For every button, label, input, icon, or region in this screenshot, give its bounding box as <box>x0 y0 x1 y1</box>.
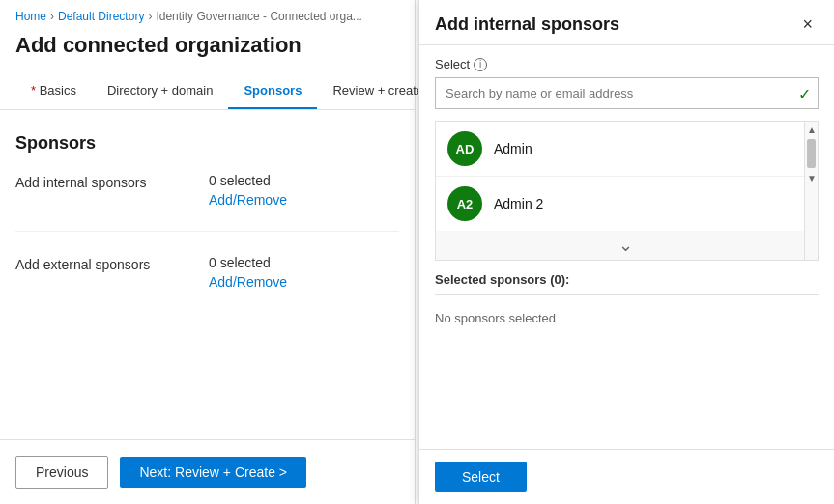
select-label-text: Select <box>435 57 470 71</box>
internal-sponsor-count: 0 selected <box>209 173 399 188</box>
breadcrumb-home[interactable]: Home <box>15 10 46 23</box>
selected-sponsors-section: Selected sponsors (0): No sponsors selec… <box>435 272 819 437</box>
page-title: Add connected organization <box>0 29 415 73</box>
scroll-track: ▲ ▼ <box>804 122 818 260</box>
user-list-wrapper: AD Admin A2 Admin 2 ▲ ▼ ⌄ <box>435 121 819 261</box>
user-item-admin2[interactable]: A2 Admin 2 <box>436 177 818 231</box>
modal-footer: Select <box>419 449 834 504</box>
user-name-admin2: Admin 2 <box>494 196 543 211</box>
scroll-up-arrow[interactable]: ▲ <box>805 122 819 137</box>
tab-basics[interactable]: Basics <box>15 73 92 109</box>
user-list: AD Admin A2 Admin 2 <box>436 122 818 231</box>
user-item-admin[interactable]: AD Admin <box>436 122 818 177</box>
search-input[interactable] <box>435 77 819 109</box>
scroll-thumb <box>807 139 816 168</box>
search-check-icon: ✓ <box>798 84 811 102</box>
external-add-remove-link[interactable]: Add/Remove <box>209 274 399 290</box>
internal-add-remove-link[interactable]: Add/Remove <box>209 192 399 208</box>
tab-directory-domain[interactable]: Directory + domain <box>92 73 228 109</box>
breadcrumb-directory[interactable]: Default Directory <box>58 10 144 23</box>
close-button[interactable]: × <box>796 14 819 35</box>
add-internal-sponsors-modal: Add internal sponsors × Select i ✓ AD Ad… <box>418 0 834 504</box>
main-content: Sponsors Add internal sponsors 0 selecte… <box>0 110 415 439</box>
search-container: ✓ <box>435 77 819 109</box>
modal-body: Select i ✓ AD Admin A2 Admin 2 ▲ <box>419 45 834 449</box>
internal-sponsor-row: Add internal sponsors 0 selected Add/Rem… <box>15 173 399 232</box>
external-sponsor-row: Add external sponsors 0 selected Add/Rem… <box>15 255 399 313</box>
next-button[interactable]: Next: Review + Create > <box>120 457 306 488</box>
info-icon[interactable]: i <box>474 58 487 71</box>
bottom-bar: Previous Next: Review + Create > <box>0 439 415 504</box>
breadcrumb: Home › Default Directory › Identity Gove… <box>0 0 415 29</box>
selected-sponsors-title: Selected sponsors (0): <box>435 272 819 295</box>
more-indicator: ⌄ <box>436 231 818 260</box>
user-name-admin: Admin <box>494 141 532 156</box>
more-dots-icon: ⌄ <box>618 235 635 256</box>
tab-sponsors[interactable]: Sponsors <box>228 73 317 109</box>
external-sponsor-right: 0 selected Add/Remove <box>209 255 399 290</box>
modal-title: Add internal sponsors <box>435 14 619 35</box>
external-sponsor-count: 0 selected <box>209 255 399 270</box>
external-sponsor-label: Add external sponsors <box>15 255 209 272</box>
tabs: Basics Directory + domain Sponsors Revie… <box>0 73 415 110</box>
modal-header: Add internal sponsors × <box>419 0 834 45</box>
avatar-ad: AD <box>447 131 482 166</box>
no-sponsors-text: No sponsors selected <box>435 303 819 333</box>
section-title: Sponsors <box>15 133 399 154</box>
select-label: Select i <box>435 57 819 71</box>
select-button[interactable]: Select <box>435 462 527 492</box>
breadcrumb-sep-1: › <box>50 10 54 23</box>
previous-button[interactable]: Previous <box>15 456 108 489</box>
avatar-a2: A2 <box>447 186 482 221</box>
breadcrumb-sep-2: › <box>148 10 152 23</box>
internal-sponsor-label: Add internal sponsors <box>15 173 209 190</box>
internal-sponsor-right: 0 selected Add/Remove <box>209 173 399 208</box>
left-panel: Home › Default Directory › Identity Gove… <box>0 0 416 504</box>
breadcrumb-current: Identity Governance - Connected orga... <box>156 10 361 23</box>
scroll-down-arrow[interactable]: ▼ <box>805 170 819 185</box>
